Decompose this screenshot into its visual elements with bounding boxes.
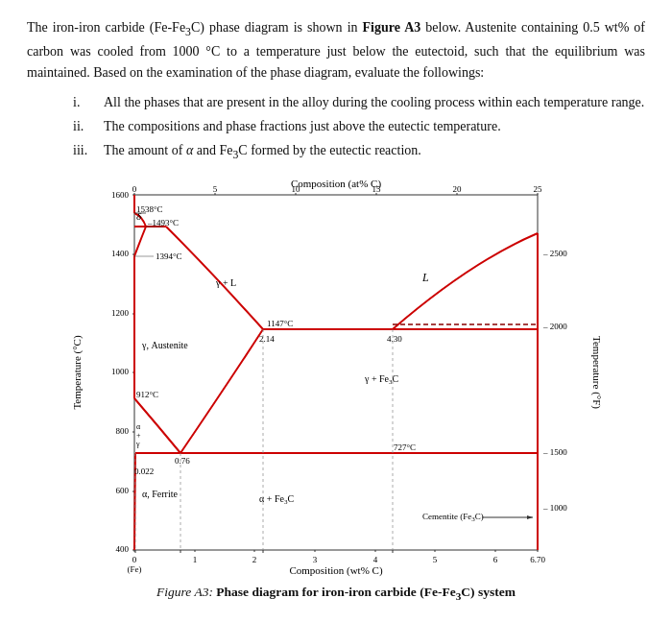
item-num-iii: iii. [73,140,104,160]
y-tick-1400: 1400 [111,249,130,258]
y-tick-600: 600 [116,486,130,495]
y-right-1500: – 1500 [542,447,567,457]
label-plus: + [136,431,141,440]
x-tick-4: 4 [373,555,378,564]
bottom-axis-label: Composition (wt% C) [289,564,383,577]
figure-label: Figure A3: [156,585,213,599]
x-tick-3: 3 [313,555,318,564]
x-tick-6: 6 [493,555,498,564]
x-tick-5: 5 [433,555,438,564]
question-list: i. All the phases that are present in th… [73,92,645,163]
y-right-1000: – 1000 [542,503,567,513]
fe-label: (Fe) [128,564,142,574]
item-num-ii: ii. [73,116,104,136]
item-num-i: i. [73,92,104,112]
y-tick-1000: 1000 [111,367,130,376]
svg-rect-6 [134,195,538,550]
left-axis-label: Temperature (°C) [71,335,84,410]
y-tick-800: 800 [116,426,130,436]
phase-diagram-wrap: Composition (at% C) 0 5 10 15 20 25 1600 [67,176,605,579]
top-tick-15: 15 [372,184,382,194]
top-tick-20: 20 [453,184,463,194]
item-text-iii: The amount of α and Fe3C formed by the e… [104,140,421,163]
list-item-i: i. All the phases that are present in th… [73,92,645,112]
label-0-022: 0.022 [134,466,154,476]
y-right-2500: – 2500 [542,249,567,258]
top-tick-10: 10 [292,184,301,194]
label-4-30: 4.30 [387,334,402,344]
y-tick-1600: 1600 [111,190,130,200]
intro-paragraph: The iron-iron carbide (Fe-Fe3C) phase di… [27,17,645,83]
label-ferrite: α, Ferrite [142,489,178,499]
item-text-ii: The compositions and phase fractions jus… [104,116,501,136]
top-tick-25: 25 [534,184,543,194]
x-tick-1: 1 [193,555,198,564]
label-gamma-small: γ [135,440,140,448]
label-L: L [421,271,429,284]
label-1493: –1493°C [147,218,179,227]
label-alpha-gamma: α [136,422,141,431]
phase-diagram-svg: Composition (at% C) 0 5 10 15 20 25 1600 [67,176,605,579]
label-alpha-fe3c: α + Fe3C [259,493,294,506]
label-gamma-L: γ + L [215,277,236,288]
y-tick-400: 400 [116,544,130,554]
top-axis-label: Composition (at% C) [291,178,381,190]
label-727: 727°C [394,443,416,452]
label-1394: 1394°C [156,251,182,261]
y-right-2000: – 2000 [542,322,567,331]
label-delta: δ [136,210,142,222]
label-cementite: Cementite (Fe3C) [422,512,484,523]
item-text-i: All the phases that are present in the a… [104,92,644,112]
right-axis-label: Temperature (°F) [590,336,603,409]
figure-caption: Figure A3: Phase diagram for iron-iron c… [156,585,516,602]
top-tick-0: 0 [132,184,137,194]
diagram-container: Composition (at% C) 0 5 10 15 20 25 1600 [27,176,645,602]
label-1147: 1147°C [267,319,293,328]
x-tick-6-70: 6.70 [530,555,545,564]
x-tick-0: 0 [132,555,137,564]
label-912: 912°C [136,390,158,399]
label-austenite: γ, Austenite [141,340,188,350]
list-item-iii: iii. The amount of α and Fe3C formed by … [73,140,645,163]
label-gamma-fe3c: γ + Fe3C [364,373,399,386]
label-0-76: 0.76 [175,456,190,466]
x-tick-2: 2 [252,555,257,564]
label-2-14: 2.14 [259,334,275,344]
top-tick-5: 5 [213,184,218,194]
y-tick-1200: 1200 [111,308,130,318]
list-item-ii: ii. The compositions and phase fractions… [73,116,645,136]
